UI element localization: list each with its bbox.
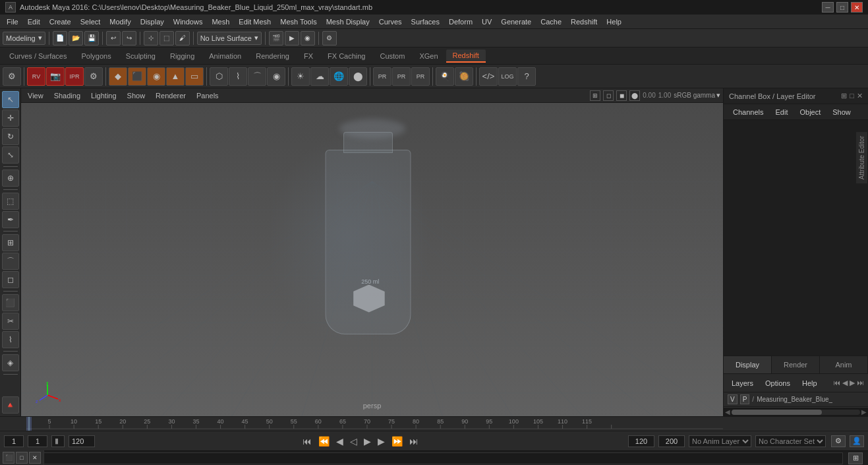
frame-current-input[interactable] bbox=[28, 435, 47, 447]
render-icon1[interactable]: 🍳 bbox=[436, 67, 454, 86]
menu-redshift[interactable]: Redshift bbox=[567, 16, 601, 27]
rp-show-menu[interactable]: Show bbox=[828, 107, 855, 117]
display-settings-button[interactable]: ⚙ bbox=[322, 31, 337, 46]
save-scene-button[interactable]: 💾 bbox=[84, 31, 99, 46]
pb-next-frame-btn[interactable]: ▶ bbox=[375, 435, 388, 448]
vp-shaded-toggle[interactable]: ◼ bbox=[616, 90, 627, 101]
tab-fx[interactable]: FX bbox=[297, 50, 320, 62]
layer-nav-next[interactable]: ▶ bbox=[850, 379, 855, 387]
mel-input[interactable] bbox=[34, 452, 843, 464]
ipr-icon-btn[interactable]: IPR bbox=[65, 67, 84, 86]
cam-button[interactable]: 📷 bbox=[46, 67, 65, 86]
poly-cone-btn[interactable]: ▲ bbox=[166, 67, 185, 86]
rotate-tool-btn[interactable]: ↻ bbox=[2, 128, 19, 145]
tab-rigging[interactable]: Rigging bbox=[163, 50, 201, 62]
vp-menu-show[interactable]: Show bbox=[123, 90, 150, 101]
maximize-button[interactable]: □ bbox=[836, 2, 848, 13]
rp-channels-menu[interactable]: Channels bbox=[729, 107, 767, 117]
extrude-btn[interactable]: ⬡ bbox=[210, 67, 228, 86]
new-scene-button[interactable]: 📄 bbox=[53, 31, 67, 46]
pb-last-btn[interactable]: ⏭ bbox=[407, 435, 421, 448]
region-frame-btn[interactable]: ⬛ bbox=[2, 294, 19, 311]
vp-wire-toggle[interactable]: ◻ bbox=[603, 90, 614, 101]
env-btn[interactable]: 🌐 bbox=[330, 67, 348, 86]
gamma-selector[interactable]: sRGB gamma ▾ bbox=[674, 91, 720, 100]
workspace-dropdown[interactable]: Modeling ▾ bbox=[3, 32, 45, 45]
menu-modify[interactable]: Modify bbox=[105, 16, 134, 27]
anim-layer-select[interactable]: No Anim Layer bbox=[689, 435, 751, 447]
pb-prev-frame-btn[interactable]: ◀ bbox=[333, 435, 346, 448]
layer-nav-first[interactable]: ⏮ bbox=[833, 379, 840, 387]
vp-texture-toggle[interactable]: ⬤ bbox=[629, 90, 640, 101]
select-tool-btn[interactable]: ↖ bbox=[2, 91, 19, 108]
snap-curve-btn[interactable]: ⌒ bbox=[2, 253, 19, 270]
dock-btn3[interactable]: ✕ bbox=[29, 452, 41, 464]
menu-surfaces[interactable]: Surfaces bbox=[407, 16, 444, 27]
universal-manip-btn[interactable]: ⊕ bbox=[2, 170, 19, 187]
rp-tab-render[interactable]: Render bbox=[772, 356, 820, 373]
close-button[interactable]: ✕ bbox=[851, 2, 863, 13]
render-settings-button[interactable]: 🎬 bbox=[269, 31, 283, 46]
paint-select-btn[interactable]: ✒ bbox=[2, 211, 19, 228]
poly-sphere-btn[interactable]: ◆ bbox=[109, 67, 127, 86]
pb-next-key-btn[interactable]: ⏩ bbox=[389, 435, 405, 448]
offset-edge-btn[interactable]: ⌇ bbox=[2, 331, 19, 348]
rp-help-menu[interactable]: Help bbox=[798, 378, 821, 388]
minimize-button[interactable]: ─ bbox=[822, 2, 834, 13]
scroll-right-btn[interactable]: ▶ bbox=[861, 408, 867, 416]
viewport[interactable]: View Shading Lighting Show Renderer Pane… bbox=[21, 88, 723, 416]
vp-grid-toggle[interactable]: ⊞ bbox=[590, 90, 600, 101]
pb-play-fwd-btn[interactable]: ▶ bbox=[361, 435, 374, 448]
select-tool[interactable]: ⊹ bbox=[144, 31, 158, 46]
layer-nav-prev[interactable]: ◀ bbox=[842, 379, 848, 387]
sky-btn[interactable]: ☁ bbox=[310, 67, 329, 86]
menu-cache[interactable]: Cache bbox=[536, 16, 565, 27]
vp-menu-shading[interactable]: Shading bbox=[50, 90, 84, 101]
options-menu[interactable]: Options bbox=[761, 378, 794, 388]
lasso-btn[interactable]: ⬚ bbox=[2, 193, 19, 210]
snap-surface-btn[interactable]: ◻ bbox=[2, 271, 19, 288]
menu-generate[interactable]: Generate bbox=[497, 16, 535, 27]
dock-btn2[interactable]: □ bbox=[16, 452, 28, 464]
total-frames-input[interactable] bbox=[658, 435, 685, 447]
layer-nav-last[interactable]: ⏭ bbox=[857, 379, 864, 387]
menu-create[interactable]: Create bbox=[45, 16, 75, 27]
menu-select[interactable]: Select bbox=[76, 16, 105, 27]
pr2-btn[interactable]: PR bbox=[392, 67, 411, 86]
symmetry-btn[interactable]: ◈ bbox=[2, 354, 19, 371]
menu-curves[interactable]: Curves bbox=[375, 16, 406, 27]
settings-icon-btn[interactable]: ⚙ bbox=[3, 67, 21, 86]
tab-polygons[interactable]: Polygons bbox=[74, 50, 117, 62]
char-set-select[interactable]: No Character Set bbox=[755, 435, 826, 447]
vp-menu-view[interactable]: View bbox=[24, 90, 47, 101]
menu-display[interactable]: Display bbox=[136, 16, 168, 27]
menu-mesh-tools[interactable]: Mesh Tools bbox=[276, 16, 320, 27]
rp-close-btn[interactable]: ✕ bbox=[857, 92, 863, 100]
menu-edit[interactable]: Edit bbox=[24, 16, 44, 27]
scroll-left-btn[interactable]: ◀ bbox=[725, 408, 730, 416]
bevel-btn[interactable]: ⌇ bbox=[229, 67, 247, 86]
code-btn[interactable]: </> bbox=[479, 67, 498, 86]
pr3-btn[interactable]: PR bbox=[411, 67, 430, 86]
scrollbar-thumb[interactable] bbox=[732, 410, 822, 415]
move-tool-btn[interactable]: ✛ bbox=[2, 109, 19, 127]
pb-prev-key-btn[interactable]: ⏪ bbox=[316, 435, 332, 448]
pr1-btn[interactable]: PR bbox=[373, 67, 391, 86]
light-btn[interactable]: ☀ bbox=[291, 67, 310, 86]
vp-menu-renderer[interactable]: Renderer bbox=[152, 90, 190, 101]
tab-redshift[interactable]: Redshift bbox=[446, 49, 486, 63]
playback-end-input[interactable] bbox=[628, 435, 654, 447]
menu-windows[interactable]: Windows bbox=[169, 16, 207, 27]
mat-btn[interactable]: ⬤ bbox=[349, 67, 367, 86]
menu-file[interactable]: File bbox=[3, 16, 22, 27]
poly-cube-btn[interactable]: ⬛ bbox=[128, 67, 146, 86]
paint-tool[interactable]: 🖌 bbox=[175, 31, 190, 46]
layer-visibility-v[interactable]: V bbox=[728, 394, 738, 404]
rp-tab-anim[interactable]: Anim bbox=[820, 356, 868, 373]
tab-rendering[interactable]: Rendering bbox=[249, 50, 296, 62]
open-scene-button[interactable]: 📂 bbox=[69, 31, 83, 46]
right-panel-scrollbar[interactable]: ◀ ▶ bbox=[724, 407, 868, 416]
scale-tool-btn[interactable]: ⤡ bbox=[2, 146, 19, 164]
bottom-btn1[interactable]: 🔺 bbox=[2, 396, 19, 414]
poly-plane-btn[interactable]: ▭ bbox=[185, 67, 204, 86]
